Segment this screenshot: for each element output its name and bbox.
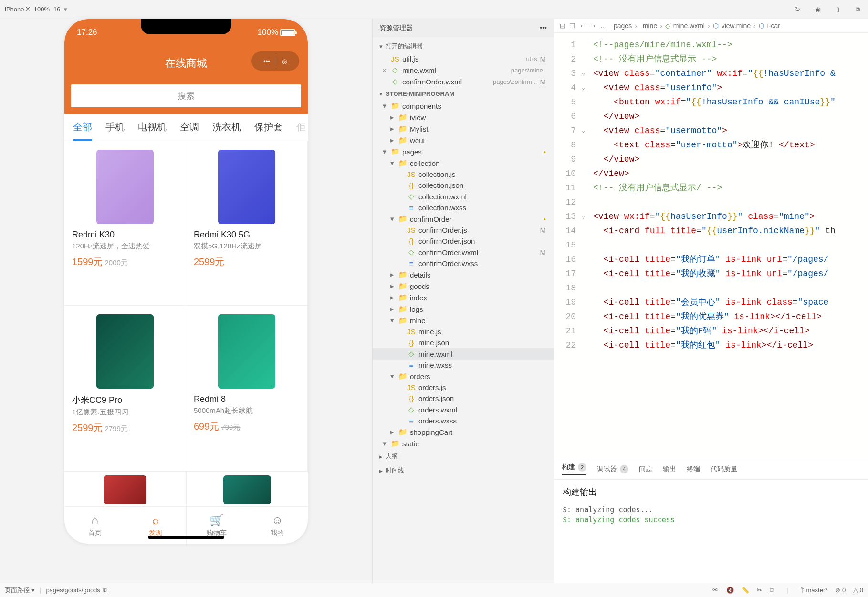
tree-item[interactable]: {}orders.json [373, 393, 554, 404]
dropdown-icon[interactable]: ▾ [64, 6, 67, 13]
tree-item[interactable]: {}collection.json [373, 180, 554, 191]
code-line[interactable]: <i-cell title="我的红包" is-link></i-cell> [593, 338, 868, 352]
output-tab[interactable]: 代码质量 [711, 463, 737, 475]
outline-section[interactable]: ▸大纲 [373, 449, 554, 463]
ruler-icon[interactable]: 📏 [742, 587, 749, 594]
tree-item[interactable]: JSmine.js [373, 326, 554, 337]
output-tab[interactable]: 问题 [639, 463, 652, 475]
device-icon[interactable]: ▯ [832, 4, 843, 15]
tree-item[interactable]: {}confirmOrder.json [373, 236, 554, 247]
tree-item[interactable]: ▾📁confirmOrder• [373, 213, 554, 225]
tree-item[interactable]: ▸📁shoppingCart [373, 426, 554, 438]
code-line[interactable]: <view wx:if="{{hasUserInfo}}" class="min… [593, 209, 868, 224]
code-line[interactable]: </view> [593, 109, 868, 124]
category-tab-4[interactable]: 洗衣机 [212, 121, 241, 141]
tree-item[interactable]: JSorders.js [373, 382, 554, 393]
tree-item[interactable]: ≡confirmOrder.wxss [373, 258, 554, 269]
open-editor-item[interactable]: ×◇mine.wxmlpages\mine [373, 64, 554, 76]
tree-item[interactable]: ▸📁index [373, 292, 554, 303]
output-tab[interactable]: 调试器4 [597, 463, 628, 475]
tree-item[interactable]: ◇confirmOrder.wxmlM [373, 247, 554, 258]
git-branch[interactable]: ᛘmaster* [801, 587, 828, 594]
output-tab[interactable]: 终端 [687, 463, 700, 475]
product-card[interactable]: Redmi K30 120Hz流速屏，全速热爱 1599元2000元 [64, 141, 186, 306]
code-line[interactable]: <!-- 没有用户信息式显示 --> [593, 52, 868, 66]
tree-item[interactable]: ▸📁details [373, 269, 554, 280]
errors-count[interactable]: ⊘ 0 [835, 587, 846, 594]
code-line[interactable]: <view class="userinfo"> [593, 81, 868, 95]
bc-back-icon[interactable]: ← [579, 22, 586, 30]
tree-item[interactable]: ▸📁goods [373, 280, 554, 292]
tree-item[interactable]: ◇collection.wxml [373, 191, 554, 202]
record-icon[interactable]: ◉ [812, 4, 823, 15]
chevron-down-icon[interactable]: ▾ [31, 587, 35, 594]
output-tab[interactable]: 构建2 [562, 463, 586, 475]
tree-item[interactable]: ▾📁mine [373, 315, 554, 326]
code-line[interactable] [593, 195, 868, 209]
project-section[interactable]: ▾STORE-MINIPROGRAM [373, 87, 554, 100]
warnings-count[interactable]: △ 0 [853, 587, 863, 594]
output-tab[interactable]: 输出 [663, 463, 676, 475]
breadcrumb-item[interactable]: mine.wxml [673, 22, 705, 30]
tree-item[interactable]: ▾📁components [373, 100, 554, 112]
code-line[interactable]: <!-- 没有用户信息式显示/ --> [593, 181, 868, 195]
tree-item[interactable]: {}mine.json [373, 337, 554, 348]
bc-fwd-icon[interactable]: → [590, 22, 596, 30]
bc-expand-icon[interactable]: ⊟ [560, 22, 565, 30]
tree-item[interactable]: ▾📁pages• [373, 146, 554, 157]
tree-item[interactable]: ▸📁iview [373, 112, 554, 123]
copy-icon[interactable]: ⧉ [103, 587, 107, 594]
code-line[interactable]: <i-cell title="我的收藏" is-link url="/pages… [593, 267, 868, 281]
product-card[interactable]: Redmi 8 5000mAh超长续航 699元799元 [186, 306, 308, 472]
zoom-level[interactable]: 100% [34, 6, 50, 13]
popup-icon[interactable]: ⧉ [770, 587, 774, 594]
category-tab-3[interactable]: 空调 [180, 121, 199, 141]
tabbar-我的[interactable]: ☺我的 [247, 507, 308, 544]
tree-item[interactable]: ▸📁weui [373, 134, 554, 146]
category-tab-5[interactable]: 保护套 [254, 121, 283, 141]
code-line[interactable]: <i-cell title="我的订单" is-link url="/pages… [593, 252, 868, 267]
code-line[interactable]: <i-cell title="我的优惠券" is-link></i-cell> [593, 309, 868, 324]
code-line[interactable]: </view> [593, 152, 868, 166]
code-line[interactable]: </view> [593, 166, 868, 181]
tree-item[interactable]: ≡mine.wxss [373, 360, 554, 371]
tree-item[interactable]: JSconfirmOrder.jsM [373, 225, 554, 236]
breadcrumb-item[interactable]: mine [643, 22, 657, 30]
code-line[interactable]: <i-cell title="我的F码" is-link></i-cell> [593, 324, 868, 338]
eye-icon[interactable]: 👁 [712, 587, 719, 594]
code-line[interactable]: <text class="user-motto">欢迎你! </text> [593, 138, 868, 152]
capsule-button[interactable]: •••◎ [251, 51, 299, 71]
code-line[interactable]: <!--pages/mine/mine.wxml--> [593, 38, 868, 52]
bc-more-icon[interactable]: … [600, 22, 607, 30]
timeline-section[interactable]: ▸时间线 [373, 463, 554, 478]
tree-item[interactable]: ▾📁collection [373, 157, 554, 169]
code-line[interactable]: <view class="container" wx:if="{{!hasUse… [593, 66, 868, 81]
detach-icon[interactable]: ⧉ [852, 4, 863, 15]
device-selector[interactable]: iPhone X [5, 6, 30, 13]
tree-item[interactable]: ▸📁Mylist [373, 123, 554, 134]
tree-item[interactable]: ▾📁orders [373, 371, 554, 382]
tabbar-首页[interactable]: ⌂首页 [64, 507, 125, 544]
mute-icon[interactable]: 🔇 [726, 587, 734, 594]
open-editor-item[interactable]: ◇confirmOrder.wxmlpages\confirm...M [373, 76, 554, 87]
category-tab-1[interactable]: 手机 [105, 121, 125, 141]
breadcrumb-item[interactable]: i-car [767, 22, 780, 30]
font-size[interactable]: 16 [53, 6, 60, 13]
more-icon[interactable]: ••• [540, 24, 547, 32]
tree-item[interactable]: ≡collection.wxss [373, 202, 554, 213]
breadcrumb-item[interactable]: pages [614, 22, 632, 30]
code-line[interactable]: <i-card full title="{{userInfo.nickName}… [593, 224, 868, 238]
product-card[interactable]: 小米CC9 Pro 1亿像素.五摄四闪 2599元2799元 [64, 306, 186, 472]
code-line[interactable]: <view class="usermotto"> [593, 124, 868, 138]
tree-item[interactable]: ≡orders.wxss [373, 415, 554, 426]
open-editors-section[interactable]: ▾打开的编辑器 [373, 39, 554, 53]
code-line[interactable]: <i-cell title="会员中心" is-link class="spac… [593, 295, 868, 309]
tree-item[interactable]: ◇orders.wxml [373, 404, 554, 415]
product-card[interactable]: Redmi K30 5G 双模5G,120Hz流速屏 2599元 [186, 141, 308, 306]
tree-item[interactable]: ▸📁logs [373, 303, 554, 315]
search-input[interactable]: 搜索 [71, 84, 301, 107]
cut-icon[interactable]: ✂ [757, 587, 762, 594]
breadcrumb-item[interactable]: view.mine [722, 22, 751, 30]
more-icon[interactable]: ••• [263, 58, 270, 65]
open-editor-item[interactable]: JSutil.jsutilsM [373, 53, 554, 64]
